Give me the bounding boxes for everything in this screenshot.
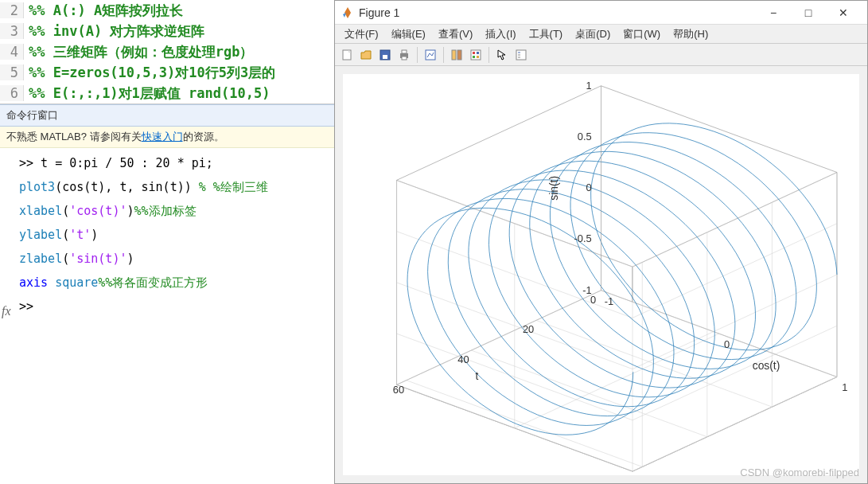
cmd-line[interactable]: ylabel('t') bbox=[0, 223, 334, 247]
command-window-body[interactable]: >> t = 0:pi / 50 : 20 * pi;plot3(cos(t),… bbox=[0, 148, 334, 318]
rotate-button[interactable] bbox=[448, 46, 465, 64]
datacursor-button[interactable] bbox=[467, 46, 485, 64]
svg-rect-10 bbox=[473, 52, 475, 54]
print-icon bbox=[398, 49, 411, 61]
new-button[interactable] bbox=[338, 46, 356, 64]
svg-rect-14 bbox=[516, 50, 526, 60]
svg-text:60: 60 bbox=[393, 384, 404, 396]
toolbar bbox=[335, 44, 867, 66]
legend-icon bbox=[515, 49, 527, 61]
legend-button[interactable] bbox=[512, 46, 530, 64]
svg-line-37 bbox=[397, 86, 601, 181]
rotate-icon bbox=[450, 49, 463, 61]
svg-line-36 bbox=[601, 86, 837, 173]
svg-text:0.5: 0.5 bbox=[578, 131, 592, 142]
fx-icon[interactable]: fx bbox=[2, 304, 11, 318]
plot-svg: -1-0.500.510204060-101sin(t)tcos(t) bbox=[343, 74, 859, 475]
link-button[interactable] bbox=[422, 46, 439, 64]
svg-rect-6 bbox=[426, 50, 435, 60]
svg-text:20: 20 bbox=[523, 323, 534, 335]
svg-rect-12 bbox=[473, 56, 475, 58]
svg-text:cos(t): cos(t) bbox=[753, 359, 780, 372]
menu-文件[interactable]: 文件(F) bbox=[338, 25, 385, 43]
figure-window: Figure 1 − □ ✕ 文件(F)编辑(E)查看(V)插入(I)工具(T)… bbox=[334, 0, 868, 484]
cmd-line[interactable]: zlabel('sin(t)') bbox=[0, 247, 334, 271]
menu-插入[interactable]: 插入(I) bbox=[479, 25, 522, 43]
line-number: 6 bbox=[0, 85, 24, 101]
toolbar-separator bbox=[488, 47, 489, 63]
svg-rect-4 bbox=[402, 50, 407, 53]
svg-text:1: 1 bbox=[586, 80, 592, 92]
editor-line[interactable]: 5 %% E=zeros(10,5,3)对10行5列3层的 bbox=[0, 62, 334, 83]
axes-3d[interactable]: -1-0.500.510204060-101sin(t)tcos(t) bbox=[343, 74, 859, 475]
cmd-line[interactable]: >> t = 0:pi / 50 : 20 * pi; bbox=[0, 151, 334, 175]
matlab-left-pane: 2 %% A(:) A矩阵按列拉长3 %% inv(A) 对方阵求逆矩阵4 %%… bbox=[0, 0, 334, 484]
svg-text:40: 40 bbox=[457, 353, 469, 365]
svg-rect-7 bbox=[452, 50, 456, 60]
menu-帮助[interactable]: 帮助(H) bbox=[667, 25, 714, 43]
svg-rect-9 bbox=[471, 50, 481, 60]
save-button[interactable] bbox=[376, 46, 394, 64]
line-number: 3 bbox=[0, 23, 24, 39]
menu-编辑[interactable]: 编辑(E) bbox=[385, 25, 432, 43]
svg-text:0: 0 bbox=[586, 182, 592, 193]
minimize-button[interactable]: − bbox=[756, 1, 791, 25]
hint-suffix: 的资源。 bbox=[183, 131, 224, 142]
new-icon bbox=[341, 49, 353, 61]
arrow-button[interactable] bbox=[493, 46, 511, 64]
menu-桌面[interactable]: 桌面(D) bbox=[569, 25, 617, 43]
toolbar-separator bbox=[417, 47, 418, 63]
open-icon bbox=[360, 49, 372, 61]
save-icon bbox=[379, 49, 391, 61]
svg-rect-5 bbox=[402, 57, 407, 60]
link-icon bbox=[424, 49, 437, 61]
svg-text:-1: -1 bbox=[605, 295, 613, 307]
titlebar[interactable]: Figure 1 − □ ✕ bbox=[335, 1, 867, 25]
cmd-line[interactable]: >> bbox=[0, 295, 334, 318]
editor-line[interactable]: 3 %% inv(A) 对方阵求逆矩阵 bbox=[0, 21, 334, 41]
datacursor-icon bbox=[469, 49, 482, 61]
line-number: 4 bbox=[0, 44, 24, 60]
menubar: 文件(F)编辑(E)查看(V)插入(I)工具(T)桌面(D)窗口(W)帮助(H) bbox=[335, 25, 867, 44]
window-title: Figure 1 bbox=[359, 6, 756, 19]
print-button[interactable] bbox=[395, 46, 413, 64]
svg-rect-13 bbox=[477, 56, 479, 58]
cmd-line[interactable]: axis square%%将各面变成正方形 bbox=[0, 271, 334, 295]
editor[interactable]: 2 %% A(:) A矩阵按列拉长3 %% inv(A) 对方阵求逆矩阵4 %%… bbox=[0, 0, 334, 104]
toolbar-separator bbox=[443, 47, 444, 63]
editor-line[interactable]: 4 %% 三维矩阵（例如：色度处理rgb） bbox=[0, 41, 334, 62]
menu-工具[interactable]: 工具(T) bbox=[523, 25, 570, 43]
svg-text:0: 0 bbox=[590, 294, 596, 306]
line-number: 5 bbox=[0, 64, 24, 80]
command-window-hint: 不熟悉 MATLAB? 请参阅有关快速入门的资源。 bbox=[0, 127, 334, 148]
editor-line[interactable]: 2 %% A(:) A矩阵按列拉长 bbox=[0, 0, 334, 21]
matlab-icon bbox=[341, 6, 354, 19]
line-number: 2 bbox=[0, 2, 24, 18]
arrow-icon bbox=[496, 49, 508, 61]
cmd-line[interactable]: plot3(cos(t), t, sin(t)) % %绘制三维 bbox=[0, 175, 334, 199]
watermark: CSDN @komorebi-filpped bbox=[740, 466, 859, 478]
editor-line[interactable]: 6 %% E(:,:,1)对1层赋值 rand(10,5) bbox=[0, 83, 334, 103]
svg-rect-11 bbox=[477, 52, 479, 54]
close-button[interactable]: ✕ bbox=[826, 1, 861, 25]
cmd-line[interactable]: xlabel('cos(t)')%%添加标签 bbox=[0, 199, 334, 223]
open-button[interactable] bbox=[357, 46, 375, 64]
hint-text: 不熟悉 MATLAB? 请参阅有关 bbox=[6, 131, 142, 142]
figure-body: -1-0.500.510204060-101sin(t)tcos(t) CSDN… bbox=[335, 66, 867, 483]
svg-text:t: t bbox=[475, 369, 478, 382]
svg-text:1: 1 bbox=[842, 381, 847, 393]
maximize-button[interactable]: □ bbox=[791, 1, 826, 25]
svg-text:0: 0 bbox=[724, 338, 730, 350]
svg-rect-2 bbox=[383, 55, 387, 59]
quickstart-link[interactable]: 快速入门 bbox=[142, 131, 183, 142]
svg-rect-8 bbox=[457, 50, 461, 60]
svg-text:-0.5: -0.5 bbox=[574, 232, 592, 244]
command-window-title: 命令行窗口 bbox=[0, 104, 334, 127]
svg-text:sin(t): sin(t) bbox=[547, 176, 560, 201]
menu-窗口[interactable]: 窗口(W) bbox=[617, 25, 667, 43]
menu-查看[interactable]: 查看(V) bbox=[432, 25, 479, 43]
